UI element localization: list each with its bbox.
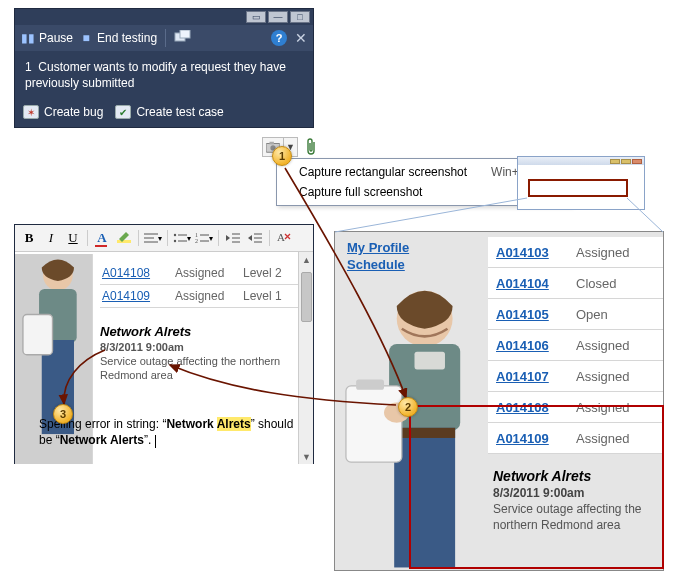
svg-rect-4 — [270, 142, 274, 145]
scroll-up-icon[interactable]: ▲ — [299, 252, 313, 267]
numbering-button[interactable]: 12▾ — [194, 228, 214, 248]
minimize-icon[interactable]: — — [268, 11, 288, 23]
stop-icon: ■ — [79, 31, 93, 45]
titlebar: ▭ — □ — [15, 9, 313, 25]
maximize-icon[interactable]: □ — [290, 11, 310, 23]
ticket-detail: Network Alrets 8/3/2011 9:00am Service o… — [100, 324, 290, 383]
align-button[interactable]: ▾ — [143, 228, 163, 248]
detail-title: Network Alrets — [100, 324, 290, 339]
separator — [269, 230, 270, 246]
bug-icon: ✶ — [23, 105, 39, 119]
windows-icon[interactable] — [174, 30, 192, 46]
svg-point-9 — [174, 234, 176, 236]
ticket-id[interactable]: A014109 — [102, 289, 167, 303]
caret — [155, 435, 156, 448]
table-row[interactable]: A014105Open — [488, 299, 663, 330]
table-row[interactable]: A014106Assigned — [488, 330, 663, 361]
test-actions: ✶Create bug ✔Create test case — [15, 101, 313, 127]
my-profile-link[interactable]: My Profile — [347, 240, 409, 255]
ticket-id[interactable]: A014104 — [496, 276, 566, 291]
scroll-thumb[interactable] — [301, 272, 312, 322]
bold-button[interactable]: B — [19, 228, 39, 248]
separator — [165, 29, 166, 47]
step-text: Customer wants to modify a request they … — [25, 60, 286, 90]
ticket-id[interactable]: A014106 — [496, 338, 566, 353]
format-toolbar: B I U A ▾ ▾ 12▾ A — [15, 225, 313, 252]
italic-button[interactable]: I — [41, 228, 61, 248]
table-row[interactable]: A014109AssignedLevel 1 — [100, 285, 300, 308]
ticket-id[interactable]: A014107 — [496, 369, 566, 384]
bullets-button[interactable]: ▾ — [172, 228, 192, 248]
indent-button[interactable] — [245, 228, 265, 248]
notes-panel: B I U A ▾ ▾ 12▾ A A014108AssignedLevel 2… — [14, 224, 314, 464]
table-row[interactable]: A014104Closed — [488, 268, 663, 299]
font-color-button[interactable]: A — [92, 228, 112, 248]
menu-label: Capture rectangular screenshot — [299, 165, 467, 179]
outdent-button[interactable] — [223, 228, 243, 248]
testcase-icon: ✔ — [115, 105, 131, 119]
create-bug-button[interactable]: ✶Create bug — [23, 105, 103, 119]
thumb-titlebar — [518, 157, 644, 165]
pause-label: Pause — [39, 31, 73, 45]
close-icon[interactable]: ✕ — [295, 30, 307, 46]
table-row[interactable]: A014103Assigned — [488, 237, 663, 268]
end-testing-button[interactable]: ■End testing — [79, 31, 157, 45]
separator — [167, 230, 168, 246]
ticket-id[interactable]: A014108 — [102, 266, 167, 280]
svg-text:2: 2 — [195, 238, 198, 244]
table-row[interactable]: A014107Assigned — [488, 361, 663, 392]
separator — [218, 230, 219, 246]
ticket-status: Assigned — [576, 245, 629, 260]
svg-rect-31 — [415, 352, 445, 370]
underline-button[interactable]: U — [63, 228, 83, 248]
svg-rect-28 — [23, 314, 53, 354]
end-testing-label: End testing — [97, 31, 157, 45]
svg-rect-34 — [346, 386, 402, 462]
create-bug-label: Create bug — [44, 105, 103, 119]
ticket-status: Assigned — [576, 369, 629, 384]
create-test-case-label: Create test case — [136, 105, 223, 119]
schedule-link[interactable]: Schedule — [347, 257, 405, 272]
clear-format-button[interactable]: A — [274, 228, 294, 248]
detail-date: 8/3/2011 9:00am — [100, 341, 290, 353]
test-runner-window: ▭ — □ ▮▮Pause ■End testing ? ✕ 1 Custome… — [14, 8, 314, 128]
pause-icon: ▮▮ — [21, 31, 35, 45]
dock-icon[interactable]: ▭ — [246, 11, 266, 23]
svg-rect-5 — [117, 240, 131, 243]
svg-point-11 — [174, 240, 176, 242]
highlight-button[interactable] — [114, 228, 134, 248]
table-row[interactable]: A014108AssignedLevel 2 — [100, 262, 300, 285]
attach-icon[interactable] — [304, 138, 318, 156]
create-test-case-button[interactable]: ✔Create test case — [115, 105, 223, 119]
svg-text:A: A — [277, 231, 285, 243]
separator — [87, 230, 88, 246]
detail-desc: Service outage affecting the northern Re… — [100, 354, 290, 383]
ticket-status: Assigned — [576, 338, 629, 353]
ticket-level: Level 2 — [243, 266, 298, 280]
svg-rect-1 — [180, 30, 190, 38]
test-step: 1 Customer wants to modify a request the… — [15, 51, 313, 101]
scroll-down-icon[interactable]: ▼ — [299, 449, 313, 464]
thumb-selection — [528, 179, 628, 197]
capture-region — [409, 405, 664, 569]
step-badge-2: 2 — [398, 397, 418, 417]
step-badge-1: 1 — [272, 146, 292, 166]
ticket-id[interactable]: A014105 — [496, 307, 566, 322]
notes-body[interactable]: A014108AssignedLevel 2 A014109AssignedLe… — [15, 252, 313, 464]
nav-links: My Profile Schedule — [347, 240, 409, 274]
mini-ticket-table: A014108AssignedLevel 2 A014109AssignedLe… — [100, 262, 300, 308]
note-text[interactable]: Spelling error in string: “Network Alret… — [39, 416, 299, 448]
pause-button[interactable]: ▮▮Pause — [21, 31, 73, 45]
ticket-id[interactable]: A014103 — [496, 245, 566, 260]
ticket-level: Level 1 — [243, 289, 298, 303]
test-toolbar: ▮▮Pause ■End testing ? ✕ — [15, 25, 313, 51]
scrollbar[interactable]: ▲▼ — [298, 252, 313, 464]
menu-label: Capture full screenshot — [299, 185, 422, 199]
screenshot-thumbnail — [517, 156, 645, 210]
help-icon[interactable]: ? — [271, 30, 287, 46]
ticket-status: Closed — [576, 276, 616, 291]
step-number: 1 — [25, 60, 32, 74]
ticket-status: Assigned — [175, 266, 235, 280]
step-badge-3: 3 — [53, 404, 73, 424]
ticket-status: Assigned — [175, 289, 235, 303]
